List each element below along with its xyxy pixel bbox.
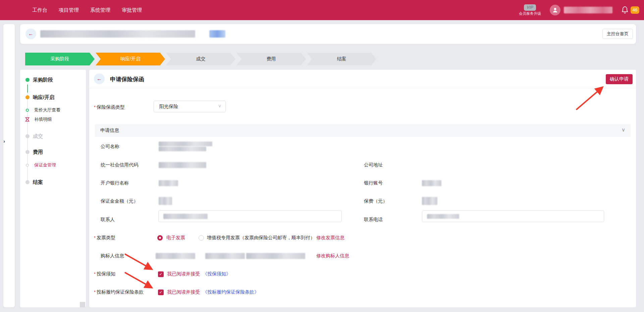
insurance-notice-row: 投保须知 ✓ 我已阅读并接受 《投保须知》 [89,269,636,279]
form-back-button[interactable]: ← [94,73,105,84]
stage-timeline-sidebar: 采购阶段 响应/开启 竞价大厅查看 补填明细 成交 费用 保证金管理 [20,70,86,307]
premium-label: 保费（元） [364,198,387,204]
sidebar-item-bidding-hall[interactable]: 竞价大厅查看 [20,105,86,115]
radio-electronic-invoice[interactable] [157,235,163,241]
sidebar-item-deposit-management[interactable]: 保证金管理 [20,160,86,170]
notification-bell[interactable]: 46 [621,6,639,14]
section-title: 申请信息 [100,127,119,134]
chevron-down-icon: ∨ [622,127,625,133]
person-icon [552,7,558,13]
contact-phone-input[interactable] [422,210,604,222]
vat-invoice-label[interactable]: 增值税专用发票（发票由保险公司邮寄，顺丰到付） [207,235,315,241]
company-address-label: 公司地址 [364,162,383,168]
modify-invoice-link[interactable]: 修改发票信息 [316,235,344,241]
sidebar-item-procurement-stage[interactable]: 采购阶段 [20,75,86,85]
redacted-value [422,180,441,186]
collapse-rail [3,24,15,307]
radio-vat-invoice[interactable] [199,235,204,241]
menu-item-system-management[interactable]: 系统管理 [90,7,110,13]
avatar[interactable] [550,5,560,15]
vip-upgrade[interactable]: VIP 会员服务升级 [519,4,541,16]
username-redacted[interactable] [564,7,612,13]
contact-input[interactable] [158,210,342,222]
vip-caption: 会员服务升级 [519,11,541,16]
menu-item-project-management[interactable]: 项目管理 [59,7,79,13]
contact-phone-label: 联系电话 [364,217,383,223]
step-closing[interactable]: 结案 [307,53,376,65]
insurance-notice-label: 投保须知 [94,271,115,277]
menu-item-approval-management[interactable]: 审批管理 [122,7,142,13]
redacted-value [156,253,195,259]
notice-doc-link[interactable]: 《投保须知》 [203,271,231,277]
sidebar-item-deal[interactable]: 成交 [20,131,86,141]
redacted-value [159,142,212,146]
bank-name-label: 开户银行名称 [101,180,129,186]
sidebar-item-label: 补填明细 [34,116,52,122]
modify-buyer-link[interactable]: 修改购标人信息 [316,253,349,259]
redacted-value [159,162,206,168]
sidebar-item-response-open[interactable]: 响应/开启 [20,92,86,102]
form-title-row: ← 申请保险保函 确认申请 [89,70,636,88]
redacted-value [427,214,459,219]
page-title: 申请保险保函 [110,75,144,83]
bell-icon [621,6,629,14]
gray-dot-icon [25,150,30,154]
green-dot-icon [25,78,30,82]
terms-agree-text: 我已阅读并接受 [167,289,200,295]
notice-agree-text: 我已阅读并接受 [167,271,200,277]
bank-name-row: 开户银行名称 银行账号 [89,178,636,188]
invoice-type-row: 发票类型 电子发票 增值税专用发票（发票由保险公司邮寄，顺丰到付） 修改发票信息 [89,233,636,243]
hourglass-icon [25,117,30,122]
sidebar-item-label: 结案 [33,179,43,186]
credit-code-label: 统一社会信用代码 [101,162,138,168]
menu-item-workbench[interactable]: 工作台 [32,7,47,13]
confirm-apply-button[interactable]: 确认申请 [606,74,633,84]
sidebar-item-label: 竞价大厅查看 [34,107,60,113]
guarantee-type-row: 保险保函类型 阳光保险 ∨ [89,102,636,112]
step-deal[interactable]: 成交 [166,53,235,65]
top-navbar: 工作台 项目管理 系统管理 审批管理 VIP 会员服务升级 [0,0,644,20]
green-circle-icon [26,109,29,112]
sidebar-item-label: 成交 [33,133,43,140]
process-stepper: 采购阶段 响应/开启 成交 费用 结案 [25,53,376,65]
redacted-value [205,253,245,259]
project-title-redacted [40,30,195,38]
chevron-down-icon: ∨ [218,103,221,108]
orange-dot-icon [25,95,30,99]
redacted-value [163,214,208,219]
insurer-select[interactable]: 阳光保险 ∨ [154,101,226,112]
sidebar-item-fees[interactable]: 费用 [20,147,86,157]
gray-dot-icon [25,180,30,184]
step-procurement-stage[interactable]: 采购阶段 [25,53,95,65]
sidebar-item-label: 保证金管理 [34,162,56,168]
redacted-value [159,180,178,186]
insurance-application-form: ← 申请保险保函 确认申请 保险保函类型 阳光保险 ∨ 申请信息 ∨ 公司名称 … [89,70,636,307]
sidebar-item-closing[interactable]: 结案 [20,177,86,187]
application-info-section-header[interactable]: 申请信息 ∨ [95,124,631,137]
header-back-button[interactable]: ← [25,29,36,39]
gray-dot-icon [25,134,30,138]
company-name-row: 公司名称 [89,142,636,152]
scrollbar-thumb[interactable] [80,302,85,307]
expand-chevron-icon[interactable]: › [3,138,5,144]
notice-checkbox[interactable]: ✓ [158,271,164,277]
console-home-button[interactable]: 主控台首页 [602,29,633,39]
deposit-amount-row: 保证金金额（元） 保费（元） [89,196,636,206]
gray-circle-icon [26,164,29,167]
sidebar-item-label: 费用 [33,149,43,155]
redacted-value [159,197,172,205]
contact-label: 联系人 [101,217,115,223]
redacted-value [159,147,206,151]
sidebar-item-fill-details[interactable]: 补填明细 [20,114,86,124]
buyer-info-label: 购标人信息 [101,253,124,259]
bank-account-label: 银行账号 [364,180,383,186]
step-response-open[interactable]: 响应/开启 [96,53,165,65]
electronic-invoice-label[interactable]: 电子发票 [166,235,185,241]
redacted-value [422,197,437,205]
navbar-right: VIP 会员服务升级 46 [519,0,639,20]
terms-doc-link[interactable]: 《投标履约保证保险条款》 [203,289,259,295]
step-fees[interactable]: 费用 [236,53,306,65]
performance-terms-row: 投标履约保证保险条款 ✓ 我已阅读并接受 《投标履约保证保险条款》 [89,287,636,297]
terms-checkbox[interactable]: ✓ [158,290,164,295]
main-menu: 工作台 项目管理 系统管理 审批管理 [32,7,142,13]
